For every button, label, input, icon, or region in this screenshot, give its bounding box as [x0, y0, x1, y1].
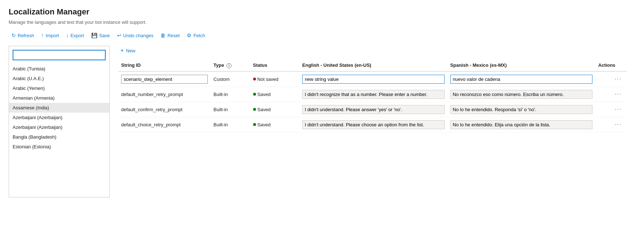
col-header-type: Type i [211, 60, 250, 71]
fetch-icon: ⚙ [187, 32, 191, 38]
list-item[interactable]: Azerbaijani (Azerbaijan) [9, 113, 109, 122]
localization-table: String ID Type i Status English - United… [118, 60, 627, 132]
refresh-icon: ↻ [12, 32, 16, 38]
spanish-input[interactable] [450, 105, 592, 114]
type-info-icon: i [226, 63, 231, 68]
string-id-cell: default_confirm_retry_prompt [118, 102, 211, 117]
row-actions-button[interactable]: ··· [613, 90, 624, 98]
type-cell: Custom [211, 71, 250, 87]
status-cell: Not saved [250, 71, 300, 87]
list-item[interactable]: Arabic (Tunisia) [9, 64, 109, 74]
row-actions-button[interactable]: ··· [613, 75, 624, 83]
content-panel: + New String ID Type i Status [110, 46, 635, 197]
col-header-actions: Actions [595, 60, 627, 71]
list-item[interactable]: Bangla (Bangladesh) [9, 132, 109, 142]
list-item[interactable]: Azerbaijani (Azerbaijan) [9, 122, 109, 132]
language-list-wrapper: Arabic (Tunisia) Arabic (U.A.E.) Arabic … [9, 64, 109, 197]
language-panel: Arabic (Tunisia) Arabic (U.A.E.) Arabic … [9, 46, 110, 197]
col-header-status: Status [250, 60, 300, 71]
table-row: default_choice_retry_promptBuilt-inSaved… [118, 117, 627, 132]
spanish-input[interactable] [450, 75, 592, 84]
type-cell: Built-in [211, 117, 250, 132]
undo-icon: ↩ [117, 32, 122, 38]
save-button[interactable]: 💾 Save [88, 31, 113, 40]
reset-button[interactable]: 🗑 Reset [158, 31, 182, 40]
status-text: Saved [257, 92, 271, 97]
string-id-input[interactable] [121, 75, 208, 84]
save-icon: 💾 [91, 32, 97, 38]
undo-label: Undo changes [123, 33, 154, 38]
export-label: Export [70, 33, 84, 38]
spanish-input[interactable] [450, 90, 592, 99]
import-button[interactable]: ↑ Import [39, 31, 62, 40]
row-actions-button[interactable]: ··· [613, 121, 624, 128]
english-input[interactable] [302, 105, 444, 114]
fetch-button[interactable]: ⚙ Fetch [184, 31, 208, 40]
spanish-input[interactable] [450, 120, 592, 129]
list-item[interactable]: Arabic (Yemen) [9, 83, 109, 93]
row-actions-button[interactable]: ··· [613, 105, 624, 113]
new-icon: + [120, 47, 124, 54]
fetch-label: Fetch [193, 33, 205, 38]
main-layout: Arabic (Tunisia) Arabic (U.A.E.) Arabic … [9, 46, 635, 197]
list-item[interactable]: Armenian (Armenia) [9, 93, 109, 103]
status-text: Saved [257, 122, 271, 127]
status-text: Saved [257, 107, 271, 112]
status-dot [253, 93, 256, 96]
list-item-selected[interactable]: Assamese (India) [9, 103, 109, 113]
string-id-cell: default_number_retry_prompt [118, 87, 211, 102]
english-input[interactable] [302, 90, 444, 99]
col-header-spanish: Spanish - Mexico (es-MX) [447, 60, 595, 71]
table-row: default_number_retry_promptBuilt-inSaved… [118, 87, 627, 102]
string-id-cell: default_choice_retry_prompt [118, 117, 211, 132]
new-label: New [126, 48, 135, 53]
status-cell: Saved [250, 87, 300, 102]
status-cell: Saved [250, 117, 300, 132]
language-list-scroll[interactable]: Arabic (Tunisia) Arabic (U.A.E.) Arabic … [9, 64, 109, 197]
table-body: CustomNot saved···default_number_retry_p… [118, 71, 627, 132]
status-dot [253, 123, 256, 126]
toolbar: ↻ Refresh ↑ Import ↓ Export 💾 Save ↩ Und… [9, 31, 635, 40]
import-label: Import [46, 33, 59, 38]
list-item[interactable]: Estonian (Estonia) [9, 142, 109, 152]
page-container: Localization Manager Manage the language… [0, 0, 644, 205]
import-icon: ↑ [41, 32, 44, 38]
english-input[interactable] [302, 120, 444, 129]
refresh-button[interactable]: ↻ Refresh [9, 31, 37, 40]
col-header-english: English - United States (en-US) [299, 60, 447, 71]
type-cell: Built-in [211, 102, 250, 117]
type-cell: Built-in [211, 87, 250, 102]
reset-label: Reset [167, 33, 180, 38]
col-header-string-id: String ID [118, 60, 211, 71]
status-dot [253, 108, 256, 111]
status-dot [253, 78, 256, 80]
new-button[interactable]: + New [118, 46, 137, 55]
save-label: Save [99, 33, 110, 38]
export-icon: ↓ [66, 32, 69, 38]
table-row: default_confirm_retry_promptBuilt-inSave… [118, 102, 627, 117]
status-cell: Saved [250, 102, 300, 117]
table-row: CustomNot saved··· [118, 71, 627, 87]
page-title: Localization Manager [9, 7, 635, 17]
table-header-row: String ID Type i Status English - United… [118, 60, 627, 71]
undo-button[interactable]: ↩ Undo changes [114, 31, 156, 40]
reset-icon: 🗑 [160, 32, 166, 38]
language-search-input[interactable] [13, 50, 106, 60]
list-item[interactable]: Arabic (U.A.E.) [9, 74, 109, 83]
english-input[interactable] [302, 75, 444, 84]
page-subtitle: Manage the languages and text that your … [9, 19, 635, 25]
export-button[interactable]: ↓ Export [63, 31, 87, 40]
refresh-label: Refresh [18, 33, 34, 38]
status-text: Not saved [257, 77, 279, 82]
